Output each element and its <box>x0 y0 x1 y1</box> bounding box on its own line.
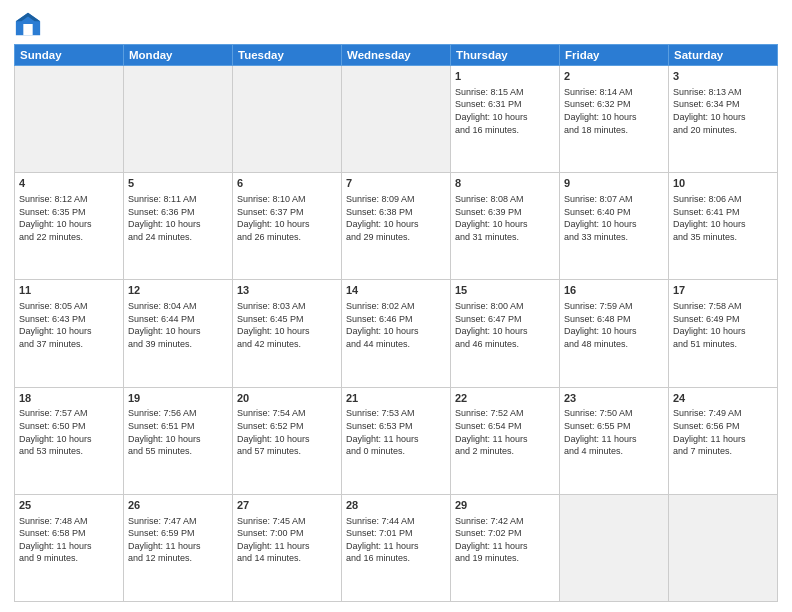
calendar-day-cell: 3Sunrise: 8:13 AM Sunset: 6:34 PM Daylig… <box>669 66 778 173</box>
calendar-day-cell: 17Sunrise: 7:58 AM Sunset: 6:49 PM Dayli… <box>669 280 778 387</box>
day-info: Sunrise: 7:52 AM Sunset: 6:54 PM Dayligh… <box>455 407 555 457</box>
day-info: Sunrise: 8:04 AM Sunset: 6:44 PM Dayligh… <box>128 300 228 350</box>
day-info: Sunrise: 8:06 AM Sunset: 6:41 PM Dayligh… <box>673 193 773 243</box>
day-info: Sunrise: 8:02 AM Sunset: 6:46 PM Dayligh… <box>346 300 446 350</box>
day-number: 28 <box>346 498 446 513</box>
day-number: 18 <box>19 391 119 406</box>
day-info: Sunrise: 8:09 AM Sunset: 6:38 PM Dayligh… <box>346 193 446 243</box>
day-number: 8 <box>455 176 555 191</box>
calendar-day-cell: 22Sunrise: 7:52 AM Sunset: 6:54 PM Dayli… <box>451 387 560 494</box>
calendar-day-cell <box>342 66 451 173</box>
svg-rect-2 <box>23 24 32 35</box>
day-info: Sunrise: 7:56 AM Sunset: 6:51 PM Dayligh… <box>128 407 228 457</box>
calendar-week-row: 25Sunrise: 7:48 AM Sunset: 6:58 PM Dayli… <box>15 494 778 601</box>
day-info: Sunrise: 8:05 AM Sunset: 6:43 PM Dayligh… <box>19 300 119 350</box>
day-number: 14 <box>346 283 446 298</box>
weekday-header: Saturday <box>669 45 778 66</box>
calendar-day-cell: 23Sunrise: 7:50 AM Sunset: 6:55 PM Dayli… <box>560 387 669 494</box>
day-info: Sunrise: 7:53 AM Sunset: 6:53 PM Dayligh… <box>346 407 446 457</box>
calendar-day-cell: 12Sunrise: 8:04 AM Sunset: 6:44 PM Dayli… <box>124 280 233 387</box>
calendar-day-cell: 27Sunrise: 7:45 AM Sunset: 7:00 PM Dayli… <box>233 494 342 601</box>
day-info: Sunrise: 8:12 AM Sunset: 6:35 PM Dayligh… <box>19 193 119 243</box>
day-number: 26 <box>128 498 228 513</box>
day-number: 7 <box>346 176 446 191</box>
calendar-day-cell <box>669 494 778 601</box>
day-number: 24 <box>673 391 773 406</box>
day-number: 6 <box>237 176 337 191</box>
calendar-day-cell: 4Sunrise: 8:12 AM Sunset: 6:35 PM Daylig… <box>15 173 124 280</box>
day-info: Sunrise: 8:10 AM Sunset: 6:37 PM Dayligh… <box>237 193 337 243</box>
day-number: 9 <box>564 176 664 191</box>
calendar-day-cell: 29Sunrise: 7:42 AM Sunset: 7:02 PM Dayli… <box>451 494 560 601</box>
day-info: Sunrise: 7:42 AM Sunset: 7:02 PM Dayligh… <box>455 515 555 565</box>
day-number: 17 <box>673 283 773 298</box>
day-info: Sunrise: 7:48 AM Sunset: 6:58 PM Dayligh… <box>19 515 119 565</box>
calendar-week-row: 18Sunrise: 7:57 AM Sunset: 6:50 PM Dayli… <box>15 387 778 494</box>
day-number: 2 <box>564 69 664 84</box>
calendar-day-cell: 10Sunrise: 8:06 AM Sunset: 6:41 PM Dayli… <box>669 173 778 280</box>
calendar-day-cell: 14Sunrise: 8:02 AM Sunset: 6:46 PM Dayli… <box>342 280 451 387</box>
calendar-day-cell: 13Sunrise: 8:03 AM Sunset: 6:45 PM Dayli… <box>233 280 342 387</box>
day-info: Sunrise: 7:59 AM Sunset: 6:48 PM Dayligh… <box>564 300 664 350</box>
day-info: Sunrise: 8:07 AM Sunset: 6:40 PM Dayligh… <box>564 193 664 243</box>
day-number: 10 <box>673 176 773 191</box>
day-number: 1 <box>455 69 555 84</box>
weekday-header: Tuesday <box>233 45 342 66</box>
calendar-day-cell: 26Sunrise: 7:47 AM Sunset: 6:59 PM Dayli… <box>124 494 233 601</box>
calendar-day-cell: 18Sunrise: 7:57 AM Sunset: 6:50 PM Dayli… <box>15 387 124 494</box>
calendar-day-cell <box>233 66 342 173</box>
weekday-header: Thursday <box>451 45 560 66</box>
day-number: 19 <box>128 391 228 406</box>
calendar-day-cell: 28Sunrise: 7:44 AM Sunset: 7:01 PM Dayli… <box>342 494 451 601</box>
day-number: 4 <box>19 176 119 191</box>
calendar-day-cell: 9Sunrise: 8:07 AM Sunset: 6:40 PM Daylig… <box>560 173 669 280</box>
calendar-day-cell: 5Sunrise: 8:11 AM Sunset: 6:36 PM Daylig… <box>124 173 233 280</box>
calendar-day-cell: 7Sunrise: 8:09 AM Sunset: 6:38 PM Daylig… <box>342 173 451 280</box>
day-info: Sunrise: 7:50 AM Sunset: 6:55 PM Dayligh… <box>564 407 664 457</box>
day-number: 12 <box>128 283 228 298</box>
day-number: 3 <box>673 69 773 84</box>
day-number: 21 <box>346 391 446 406</box>
calendar-day-cell <box>15 66 124 173</box>
day-info: Sunrise: 7:47 AM Sunset: 6:59 PM Dayligh… <box>128 515 228 565</box>
calendar-day-cell: 20Sunrise: 7:54 AM Sunset: 6:52 PM Dayli… <box>233 387 342 494</box>
page-header <box>14 10 778 38</box>
day-info: Sunrise: 7:54 AM Sunset: 6:52 PM Dayligh… <box>237 407 337 457</box>
logo-icon <box>14 10 42 38</box>
calendar-day-cell: 15Sunrise: 8:00 AM Sunset: 6:47 PM Dayli… <box>451 280 560 387</box>
day-number: 11 <box>19 283 119 298</box>
day-info: Sunrise: 7:49 AM Sunset: 6:56 PM Dayligh… <box>673 407 773 457</box>
day-info: Sunrise: 7:57 AM Sunset: 6:50 PM Dayligh… <box>19 407 119 457</box>
day-number: 22 <box>455 391 555 406</box>
day-info: Sunrise: 8:13 AM Sunset: 6:34 PM Dayligh… <box>673 86 773 136</box>
calendar-day-cell <box>560 494 669 601</box>
weekday-header: Friday <box>560 45 669 66</box>
calendar-day-cell: 6Sunrise: 8:10 AM Sunset: 6:37 PM Daylig… <box>233 173 342 280</box>
day-info: Sunrise: 8:00 AM Sunset: 6:47 PM Dayligh… <box>455 300 555 350</box>
day-info: Sunrise: 8:08 AM Sunset: 6:39 PM Dayligh… <box>455 193 555 243</box>
day-info: Sunrise: 7:44 AM Sunset: 7:01 PM Dayligh… <box>346 515 446 565</box>
day-info: Sunrise: 8:15 AM Sunset: 6:31 PM Dayligh… <box>455 86 555 136</box>
day-number: 27 <box>237 498 337 513</box>
calendar-week-row: 1Sunrise: 8:15 AM Sunset: 6:31 PM Daylig… <box>15 66 778 173</box>
day-info: Sunrise: 8:14 AM Sunset: 6:32 PM Dayligh… <box>564 86 664 136</box>
weekday-header: Sunday <box>15 45 124 66</box>
day-number: 23 <box>564 391 664 406</box>
weekday-header: Monday <box>124 45 233 66</box>
day-number: 29 <box>455 498 555 513</box>
day-number: 25 <box>19 498 119 513</box>
calendar-week-row: 11Sunrise: 8:05 AM Sunset: 6:43 PM Dayli… <box>15 280 778 387</box>
day-number: 15 <box>455 283 555 298</box>
day-number: 13 <box>237 283 337 298</box>
calendar-day-cell: 24Sunrise: 7:49 AM Sunset: 6:56 PM Dayli… <box>669 387 778 494</box>
calendar-day-cell: 21Sunrise: 7:53 AM Sunset: 6:53 PM Dayli… <box>342 387 451 494</box>
calendar-header-row: SundayMondayTuesdayWednesdayThursdayFrid… <box>15 45 778 66</box>
calendar-day-cell <box>124 66 233 173</box>
day-info: Sunrise: 8:03 AM Sunset: 6:45 PM Dayligh… <box>237 300 337 350</box>
day-info: Sunrise: 7:58 AM Sunset: 6:49 PM Dayligh… <box>673 300 773 350</box>
calendar-day-cell: 2Sunrise: 8:14 AM Sunset: 6:32 PM Daylig… <box>560 66 669 173</box>
calendar-day-cell: 16Sunrise: 7:59 AM Sunset: 6:48 PM Dayli… <box>560 280 669 387</box>
logo <box>14 10 46 38</box>
day-number: 20 <box>237 391 337 406</box>
day-info: Sunrise: 8:11 AM Sunset: 6:36 PM Dayligh… <box>128 193 228 243</box>
